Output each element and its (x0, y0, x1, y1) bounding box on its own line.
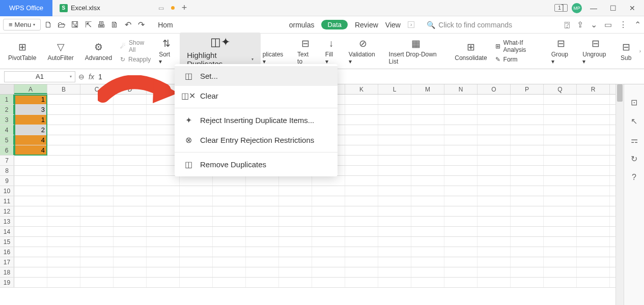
fx-icon[interactable]: fx (89, 73, 94, 81)
cell-M15[interactable] (411, 237, 444, 247)
cell-M7[interactable] (411, 156, 444, 165)
cell-B15[interactable] (47, 237, 80, 247)
cell-C6[interactable] (80, 145, 114, 155)
cell-F10[interactable] (180, 186, 213, 196)
cell-M10[interactable] (411, 186, 444, 196)
cell-Q1[interactable] (544, 95, 577, 104)
cell-H14[interactable] (246, 227, 279, 236)
cell-D4[interactable] (114, 125, 147, 135)
cell-M2[interactable] (411, 105, 444, 114)
formula-value[interactable]: 1 (98, 73, 102, 81)
name-box[interactable]: A1 (4, 71, 75, 82)
cell-D17[interactable] (114, 257, 147, 267)
menu-reject[interactable]: ✦Reject Inserting Duplicate Items... (175, 110, 338, 130)
fill-button[interactable]: ↓Fill ▾ (320, 36, 343, 67)
cell-F13[interactable] (180, 217, 213, 226)
cell-Q14[interactable] (544, 227, 577, 236)
print-icon[interactable]: 🖶 (96, 19, 107, 30)
insert-dropdown-button[interactable]: ▦Insert Drop-Down List (384, 36, 449, 67)
cell-R3[interactable] (577, 115, 610, 125)
row-head[interactable]: 7 (0, 156, 14, 165)
cell-G15[interactable] (213, 237, 246, 247)
more-icon[interactable]: ⋮ (619, 20, 627, 29)
cell-A17[interactable] (14, 257, 47, 267)
cell-H11[interactable] (246, 196, 279, 206)
cell-A5[interactable]: 4 (14, 135, 47, 145)
scroll-right-icon[interactable]: › (639, 48, 641, 54)
cell-N8[interactable] (444, 166, 478, 175)
cell-P14[interactable] (511, 227, 544, 236)
cell-O10[interactable] (478, 186, 511, 196)
cell-A2[interactable]: 3 (14, 105, 47, 114)
cell-P19[interactable] (511, 278, 544, 287)
cell-Q7[interactable] (544, 156, 577, 165)
cell-A9[interactable] (14, 176, 47, 186)
cell-C2[interactable] (80, 105, 114, 114)
form-button[interactable]: ✎Form (493, 55, 545, 64)
cell-Q15[interactable] (544, 237, 577, 247)
cell-C17[interactable] (80, 257, 114, 267)
cell-J18[interactable] (312, 267, 345, 277)
cell-C11[interactable] (80, 196, 114, 206)
cell-R13[interactable] (577, 217, 610, 226)
cell-F11[interactable] (180, 196, 213, 206)
window-count[interactable]: 1⎤ (554, 4, 568, 12)
cell-N9[interactable] (444, 176, 478, 186)
cell-R9[interactable] (577, 176, 610, 186)
more-tabs-button[interactable]: › (408, 21, 414, 28)
row-head[interactable]: 2 (0, 105, 14, 114)
cell-A13[interactable] (14, 217, 47, 226)
cell-P6[interactable] (511, 145, 544, 155)
cell-C3[interactable] (80, 115, 114, 125)
cell-B10[interactable] (47, 186, 80, 196)
cell-A1[interactable]: 1 (14, 95, 47, 104)
cell-O8[interactable] (478, 166, 511, 175)
cell-F14[interactable] (180, 227, 213, 236)
cell-P8[interactable] (511, 166, 544, 175)
advanced-button[interactable]: ⚙Advanced (80, 39, 117, 64)
cell-D16[interactable] (114, 247, 147, 257)
cell-K5[interactable] (345, 135, 378, 145)
autofilter-button[interactable]: ▽AutoFilter (42, 39, 78, 64)
cell-M18[interactable] (411, 267, 444, 277)
cell-N11[interactable] (444, 196, 478, 206)
user-icon[interactable]: ⍰ (565, 20, 570, 29)
cell-J16[interactable] (312, 247, 345, 257)
cell-N14[interactable] (444, 227, 478, 236)
cell-Q12[interactable] (544, 206, 577, 216)
cell-K8[interactable] (345, 166, 378, 175)
cell-C1[interactable] (80, 95, 114, 104)
cell-C7[interactable] (80, 156, 114, 165)
cell-C4[interactable] (80, 125, 114, 135)
cell-L9[interactable] (378, 176, 411, 186)
cell-O18[interactable] (478, 267, 511, 277)
cell-L10[interactable] (378, 186, 411, 196)
cell-N12[interactable] (444, 206, 478, 216)
settings-icon[interactable]: ⚎ (631, 135, 638, 145)
cell-K16[interactable] (345, 247, 378, 257)
cell-K7[interactable] (345, 156, 378, 165)
cell-D5[interactable] (114, 135, 147, 145)
cell-C13[interactable] (80, 217, 114, 226)
cell-G16[interactable] (213, 247, 246, 257)
cell-P11[interactable] (511, 196, 544, 206)
cell-R18[interactable] (577, 267, 610, 277)
tab-review[interactable]: Review (355, 21, 378, 29)
cell-L12[interactable] (378, 206, 411, 216)
menu-remove[interactable]: ◫Remove Duplicates (175, 155, 338, 174)
cell-F9[interactable] (180, 176, 213, 186)
cell-E16[interactable] (147, 247, 180, 257)
cell-C8[interactable] (80, 166, 114, 175)
cell-D14[interactable] (114, 227, 147, 236)
cell-Q9[interactable] (544, 176, 577, 186)
cell-B5[interactable] (47, 135, 80, 145)
cell-G14[interactable] (213, 227, 246, 236)
cell-C5[interactable] (80, 135, 114, 145)
cell-A6[interactable]: 4 (14, 145, 47, 155)
cell-R16[interactable] (577, 247, 610, 257)
cell-O3[interactable] (478, 115, 511, 125)
cell-B11[interactable] (47, 196, 80, 206)
cell-B13[interactable] (47, 217, 80, 226)
cell-Q18[interactable] (544, 267, 577, 277)
tab-view[interactable]: View (385, 21, 401, 29)
